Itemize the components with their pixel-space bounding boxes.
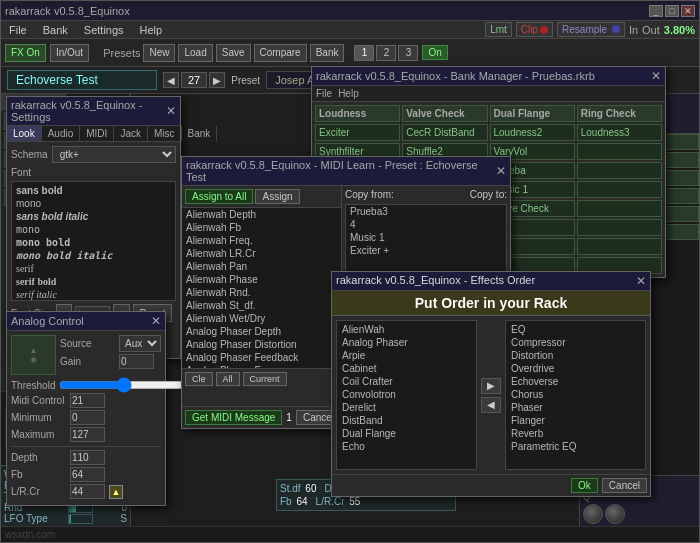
analog-fb-input[interactable] bbox=[70, 467, 105, 482]
param-alienwah-stdf[interactable]: Alienwah St_df. bbox=[182, 299, 341, 312]
font-mono-bold[interactable]: mono bold bbox=[14, 236, 173, 249]
on-button[interactable]: On bbox=[422, 45, 447, 60]
param-alienwah-lrcr[interactable]: Alienwah LR.Cr bbox=[182, 247, 341, 260]
bank-cell-0[interactable]: Exciter bbox=[315, 124, 400, 141]
effect-alienwah[interactable]: AlienWah bbox=[339, 323, 474, 336]
bank-close-button[interactable]: ✕ bbox=[651, 69, 661, 83]
analog-depth-input[interactable] bbox=[70, 450, 105, 465]
midi-current-button[interactable]: Current bbox=[243, 372, 287, 386]
effect-echoverse[interactable]: Echoverse bbox=[508, 375, 643, 388]
effect-derelict[interactable]: Derelict bbox=[339, 401, 474, 414]
effects-ok-button[interactable]: Ok bbox=[571, 478, 598, 493]
effect-chorus[interactable]: Chorus bbox=[508, 388, 643, 401]
bank-cell-1[interactable]: CecR DistBand bbox=[402, 124, 487, 141]
midi-clear-button[interactable]: Cle bbox=[185, 372, 213, 386]
menu-bank[interactable]: Bank bbox=[39, 24, 72, 36]
effect-analog-phaser[interactable]: Analog Phaser bbox=[339, 336, 474, 349]
in-out-tab[interactable]: In/Out bbox=[50, 44, 89, 62]
font-mono-2[interactable]: mono bbox=[14, 223, 173, 236]
param-alienwah-fb[interactable]: Alienwah Fb bbox=[182, 221, 341, 234]
effect-distband[interactable]: DistBand bbox=[339, 414, 474, 427]
effect-reverb[interactable]: Reverb bbox=[508, 427, 643, 440]
assign-button[interactable]: Assign bbox=[255, 189, 299, 204]
midi-all-button[interactable]: All bbox=[216, 372, 240, 386]
gain-input[interactable] bbox=[119, 354, 154, 369]
save-button[interactable]: Save bbox=[216, 44, 251, 62]
effect-flanger[interactable]: Flanger bbox=[508, 414, 643, 427]
effect-phaser[interactable]: Phaser bbox=[508, 401, 643, 414]
param-alienwah-rnd[interactable]: Alienwah Rnd. bbox=[182, 286, 341, 299]
effect-parametric-eq[interactable]: Parametric EQ bbox=[508, 440, 643, 453]
eq-knob-2[interactable] bbox=[605, 504, 625, 524]
maximize-button[interactable]: □ bbox=[665, 5, 679, 17]
tab-jack[interactable]: Jack bbox=[114, 126, 148, 141]
param-analog-depth[interactable]: Analog Phaser Depth bbox=[182, 325, 341, 338]
settings-close-button[interactable]: ✕ bbox=[166, 104, 176, 118]
min-input[interactable] bbox=[70, 410, 105, 425]
effect-eq[interactable]: EQ bbox=[508, 323, 643, 336]
param-alienwah-phase[interactable]: Alienwah Phase bbox=[182, 273, 341, 286]
copy-4[interactable]: 4 bbox=[346, 218, 506, 231]
menu-file[interactable]: File bbox=[5, 24, 31, 36]
font-serif[interactable]: serif bbox=[14, 262, 173, 275]
tab-misc[interactable]: Misc bbox=[148, 126, 182, 141]
param-analog-feedback[interactable]: Analog Phaser Feedback bbox=[182, 351, 341, 364]
effect-overdrive[interactable]: Overdrive bbox=[508, 362, 643, 375]
effect-convolotron[interactable]: Convolotron bbox=[339, 388, 474, 401]
effect-compressor[interactable]: Compressor bbox=[508, 336, 643, 349]
copy-prueba3[interactable]: Prueba3 bbox=[346, 205, 506, 218]
font-sans-bold[interactable]: sans bold bbox=[14, 184, 173, 197]
effect-dual-flange[interactable]: Dual Flange bbox=[339, 427, 474, 440]
source-select[interactable]: Aux bbox=[119, 335, 161, 352]
lfo-slider[interactable] bbox=[68, 514, 93, 524]
bank-button[interactable]: Bank bbox=[310, 44, 345, 62]
bank-cell-2[interactable]: Loudness2 bbox=[490, 124, 575, 141]
preset-num-3[interactable]: 3 bbox=[398, 45, 418, 61]
effect-distortion[interactable]: Distortion bbox=[508, 349, 643, 362]
effects-move-right-button[interactable]: ▶ bbox=[481, 378, 501, 394]
preset-num-2[interactable]: 2 bbox=[376, 45, 396, 61]
copy-exciter[interactable]: Exciter + bbox=[346, 244, 506, 257]
eq-knob-1[interactable] bbox=[583, 504, 603, 524]
font-serif-bold[interactable]: serif bold bbox=[14, 275, 173, 288]
tab-audio[interactable]: Audio bbox=[42, 126, 81, 141]
new-button[interactable]: New bbox=[143, 44, 175, 62]
param-analog-dist[interactable]: Analog Phaser Distortion bbox=[182, 338, 341, 351]
fx-on-tab[interactable]: FX On bbox=[5, 44, 46, 62]
preset-prev-button[interactable]: ◀ bbox=[163, 72, 179, 88]
midi-ctrl-input[interactable] bbox=[70, 393, 105, 408]
param-alienwah-depth[interactable]: Alienwah Depth bbox=[182, 208, 341, 221]
midi-close-button[interactable]: ✕ bbox=[496, 164, 506, 178]
compare-button[interactable]: Compare bbox=[254, 44, 307, 62]
lr-up-button[interactable]: ▲ bbox=[109, 485, 123, 499]
param-alienwah-freq[interactable]: Alienwah Freq. bbox=[182, 234, 341, 247]
font-mono-bold-italic[interactable]: mono bold italic bbox=[14, 249, 173, 262]
param-alienwah-wetdry[interactable]: Alienwah Wet/Dry bbox=[182, 312, 341, 325]
font-mono[interactable]: mono bbox=[14, 197, 173, 210]
effects-cancel-button[interactable]: Cancel bbox=[602, 478, 647, 493]
preset-next-button[interactable]: ▶ bbox=[209, 72, 225, 88]
load-button[interactable]: Load bbox=[178, 44, 212, 62]
effect-echo[interactable]: Echo bbox=[339, 440, 474, 453]
menu-settings[interactable]: Settings bbox=[80, 24, 128, 36]
copy-music1[interactable]: Music 1 bbox=[346, 231, 506, 244]
effect-cabinet[interactable]: Cabinet bbox=[339, 362, 474, 375]
schema-select[interactable]: gtk+ bbox=[52, 146, 176, 163]
max-input[interactable] bbox=[70, 427, 105, 442]
tab-look[interactable]: Look bbox=[7, 126, 42, 141]
bank-cell-3[interactable]: Loudness3 bbox=[577, 124, 662, 141]
effects-close-button[interactable]: ✕ bbox=[636, 274, 646, 288]
tab-midi[interactable]: MIDI bbox=[80, 126, 114, 141]
assign-all-button[interactable]: Assign to All bbox=[185, 189, 253, 204]
get-midi-button[interactable]: Get MIDI Message bbox=[185, 410, 282, 425]
effects-move-left-button[interactable]: ◀ bbox=[481, 397, 501, 413]
effect-arpie[interactable]: Arpie bbox=[339, 349, 474, 362]
bank-menu-file[interactable]: File bbox=[316, 88, 332, 99]
font-sans-bold-italic[interactable]: sans bold italic bbox=[14, 210, 173, 223]
analog-lr-input[interactable] bbox=[70, 484, 105, 499]
effect-coil-crafter[interactable]: Coil Crafter bbox=[339, 375, 474, 388]
minimize-button[interactable]: _ bbox=[649, 5, 663, 17]
preset-num-1[interactable]: 1 bbox=[354, 45, 374, 61]
font-serif-italic[interactable]: serif italic bbox=[14, 288, 173, 301]
menu-help[interactable]: Help bbox=[136, 24, 167, 36]
